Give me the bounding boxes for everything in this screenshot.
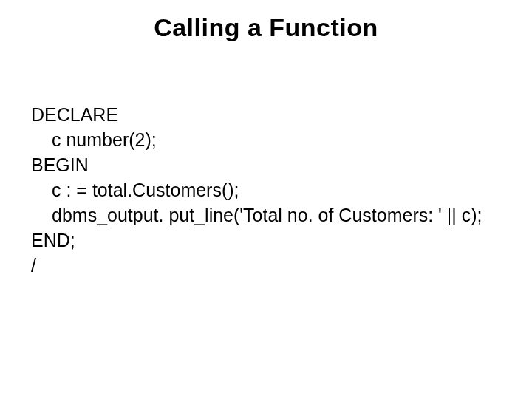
code-line-output: dbms_output. put_line('Total no. of Cust…: [31, 202, 502, 228]
code-line-assign: c : = total.Customers();: [31, 177, 502, 202]
slide: Calling a Function DECLARE c number(2); …: [0, 0, 532, 399]
code-line-var-decl: c number(2);: [31, 127, 502, 152]
code-line-declare: DECLARE: [31, 102, 502, 127]
code-block: DECLARE c number(2); BEGIN c : = total.C…: [31, 102, 502, 278]
code-line-end: END;: [31, 228, 502, 253]
code-line-slash: /: [31, 253, 502, 278]
code-line-begin: BEGIN: [31, 152, 502, 177]
slide-title: Calling a Function: [0, 13, 532, 42]
